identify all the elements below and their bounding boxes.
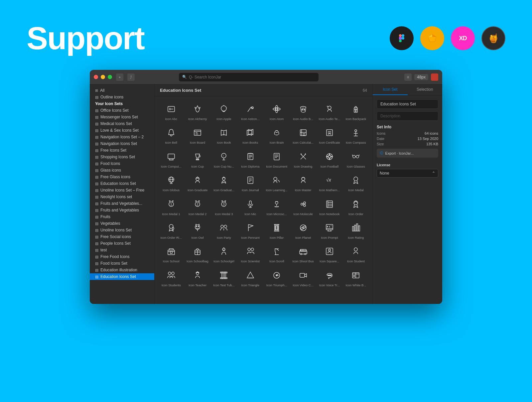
- icon-cell-icon-triangle[interactable]: Icon Triangle: [238, 267, 263, 289]
- icon-cell-icon-football[interactable]: Icon Football: [317, 148, 342, 170]
- icon-cell-icon-globus[interactable]: Icon Globus: [159, 172, 184, 194]
- export-button[interactable]: © Export · IconJar...: [377, 149, 438, 158]
- icon-cell-icon-comput...[interactable]: Icon Comput...: [159, 148, 184, 170]
- icon-cell-icon-audio-te...[interactable]: Icon Audio Te...: [317, 100, 342, 123]
- sidebar-item-food-set[interactable]: ▤Food Icons Set: [90, 260, 154, 267]
- icon-cell-icon-backpack[interactable]: Icon Backpack: [343, 100, 368, 123]
- iconjar-icon[interactable]: 🍯: [481, 26, 505, 50]
- sidebar-item-outline[interactable]: ▤ Outline icons: [90, 94, 154, 100]
- icon-cell-icon-learning...[interactable]: Icon Learning...: [264, 172, 289, 194]
- icon-cell-icon-diploma[interactable]: Icon Diploma: [238, 148, 263, 170]
- icon-cell-icon-cup[interactable]: Icon Cup: [185, 148, 210, 170]
- sketch-icon[interactable]: [420, 26, 444, 50]
- icon-cell-icon-journal[interactable]: Icon Journal: [238, 172, 263, 194]
- icon-cell-icon-alchemy[interactable]: Icon Alchemy: [185, 100, 210, 123]
- icon-cell-icon-square...[interactable]: Icon Square...: [317, 243, 342, 265]
- icon-cell-icon-pillar[interactable]: Icon Pillar: [264, 219, 289, 241]
- traffic-light-green[interactable]: [108, 75, 112, 79]
- icon-cell-icon-mathem...[interactable]: √xIcon Mathem...: [317, 172, 342, 194]
- icon-cell-icon-apple[interactable]: Icon Apple: [211, 100, 236, 123]
- traffic-light-yellow[interactable]: [101, 75, 105, 79]
- icon-cell-icon-medal[interactable]: Icon Medal: [343, 172, 368, 194]
- sidebar-item-love[interactable]: ▤Love & Sex Icons Set: [90, 127, 154, 134]
- icon-cell-icon-voice-tr...[interactable]: Icon Voice Tr...: [317, 267, 342, 289]
- icon-cell-icon-compass[interactable]: Icon Compass: [343, 124, 368, 146]
- icon-cell-icon-drawing[interactable]: Icon Drawing: [291, 148, 316, 170]
- sidebar-item-free-food[interactable]: ▤Free Food Icons: [90, 253, 154, 260]
- icon-cell-icon-party[interactable]: Icon Party: [211, 219, 236, 241]
- add-button[interactable]: +: [116, 73, 123, 81]
- icon-cell-icon-scroll[interactable]: Icon Scroll: [264, 243, 289, 265]
- search-input[interactable]: [189, 75, 315, 79]
- sidebar-item-fruits-veg-ellip[interactable]: ▤Fruits and Vegetables...: [90, 200, 154, 207]
- sidebar-item-office[interactable]: ▤Office Icons Set: [90, 107, 154, 114]
- icon-cell-icon-astron...[interactable]: Icon Astron...: [238, 100, 263, 123]
- sidebar-item-test[interactable]: ▤test: [90, 247, 154, 253]
- icon-cell-icon-schoolbag[interactable]: Icon Schoolbag: [185, 243, 210, 265]
- icon-cell-icon-atom[interactable]: Icon Atom: [264, 100, 289, 123]
- icon-cell-icon-teacher[interactable]: Icon Teacher: [185, 267, 210, 289]
- icon-cell-icon-brain[interactable]: Icon Brain: [264, 124, 289, 146]
- icon-cell-icon-graduat...[interactable]: Icon Graduat...: [211, 172, 236, 194]
- traffic-light-red[interactable]: [94, 75, 98, 79]
- sidebar-item-shopping[interactable]: ▤Shopping Icons Set: [90, 154, 154, 160]
- icon-cell-icon-abc[interactable]: Icon Abc: [159, 100, 184, 123]
- set-name-field[interactable]: Education Icons Set: [377, 99, 438, 109]
- icon-cell-icon-audio-b...[interactable]: Icon Audio B...: [291, 100, 316, 123]
- icon-cell-icon-microsc...[interactable]: Icon Microsc...: [264, 196, 289, 218]
- sidebar-item-education-active[interactable]: ▤Education Icons Set: [90, 273, 154, 280]
- icon-cell-icon-molecule[interactable]: Icon Molecule: [291, 196, 316, 218]
- icon-cell-icon-student[interactable]: Icon Student: [343, 243, 368, 265]
- sidebar-item-neolight[interactable]: ▤Neolight Icons set: [90, 194, 154, 200]
- icon-cell-icon-owl[interactable]: Icon Owl: [185, 219, 210, 241]
- icon-cell-icon-graduate[interactable]: Icon Graduate: [185, 172, 210, 194]
- icon-cell-icon-bell[interactable]: Icon Bell: [159, 124, 184, 146]
- icon-cell-icon-book[interactable]: Icon Book: [211, 124, 236, 146]
- sidebar-item-unoline-free[interactable]: ▤Unoline Icons Set – Free: [90, 187, 154, 194]
- search-bar[interactable]: 🔍: [179, 73, 319, 81]
- icon-cell-icon-medal-2[interactable]: 2Icon Medal 2: [185, 196, 210, 218]
- icon-cell-icon-certificate[interactable]: Icon Certificate: [317, 124, 342, 146]
- sidebar-item-medical[interactable]: ▤Medical Icons Set: [90, 120, 154, 127]
- icon-cell-icon-master[interactable]: Icon Master: [291, 172, 316, 194]
- icon-cell-icon-white-b...[interactable]: Icon White B...: [343, 267, 368, 289]
- sidebar-item-nav2[interactable]: ▤Navigation Icons Set – 2: [90, 134, 154, 140]
- export-quick-button[interactable]: ⤴: [127, 73, 135, 81]
- sidebar-item-fruits-veg[interactable]: ▤Fruits and Vegetables: [90, 207, 154, 213]
- figma-icon[interactable]: [390, 26, 414, 50]
- sidebar-item-glass[interactable]: ▤Glass icons: [90, 167, 154, 174]
- icon-cell-icon-medal-3[interactable]: 3Icon Medal 3: [211, 196, 236, 218]
- icon-cell-icon-cup-nu...[interactable]: 1Icon Cup Nu...: [211, 148, 236, 170]
- sidebar-item-people[interactable]: ▤People Icons Set: [90, 240, 154, 247]
- icon-cell-icon-board[interactable]: Icon Board: [185, 124, 210, 146]
- icon-cell-icon-pennant[interactable]: Icon Pennant: [238, 219, 263, 241]
- sidebar-item-nav[interactable]: ▤Navigation Icons Set: [90, 140, 154, 147]
- px-selector[interactable]: 48px: [414, 74, 428, 80]
- tab-selection[interactable]: Selection: [408, 84, 443, 95]
- description-field[interactable]: Description: [377, 111, 438, 121]
- sidebar-item-social[interactable]: ▤Free Social icons: [90, 233, 154, 240]
- view-toggle-button[interactable]: [431, 73, 438, 81]
- icon-cell-icon-order[interactable]: Icon Order: [343, 196, 368, 218]
- icon-cell-icon-calculat...[interactable]: Icon Calculat...: [291, 124, 316, 146]
- icon-cell-icon-shool-bus[interactable]: Icon Shool Bus: [291, 243, 316, 265]
- icon-cell-icon-glasses[interactable]: Icon Glasses: [343, 148, 368, 170]
- icon-cell-icon-scientist[interactable]: Icon Scientist: [238, 243, 263, 265]
- icon-cell-icon-document[interactable]: Icon Document: [264, 148, 289, 170]
- sidebar-item-education[interactable]: ▤Education Icons Set: [90, 180, 154, 187]
- icon-cell-icon-students[interactable]: Icon Students: [159, 267, 184, 289]
- icon-cell-icon-order-ri...[interactable]: Icon Order Ri...: [159, 219, 184, 241]
- sidebar-item-free-glass[interactable]: ▤Free Glass icons: [90, 174, 154, 180]
- filter-button[interactable]: ≡: [404, 73, 412, 81]
- sidebar-item-messenger[interactable]: ▤Messenger Icons Set: [90, 114, 154, 120]
- tab-icon-set[interactable]: Icon Set: [373, 84, 408, 95]
- icon-cell-icon-prompt[interactable]: Icon Prompt: [317, 219, 342, 241]
- icon-cell-icon-mic[interactable]: Icon Mic: [238, 196, 263, 218]
- sidebar-item-fruits[interactable]: ▤Fruits: [90, 213, 154, 220]
- icon-cell-icon-schoolgirl[interactable]: Icon Schoolgirl: [211, 243, 236, 265]
- sidebar-item-edu-illustration[interactable]: ▤Education illustration: [90, 267, 154, 273]
- icon-cell-icon-rating[interactable]: Icon Rating: [343, 219, 368, 241]
- icon-cell-icon-medal-1[interactable]: 1Icon Medal 1: [159, 196, 184, 218]
- sidebar-item-vegetables[interactable]: ▤Vegetables: [90, 220, 154, 227]
- icon-cell-icon-planet[interactable]: Icon Planet: [291, 219, 316, 241]
